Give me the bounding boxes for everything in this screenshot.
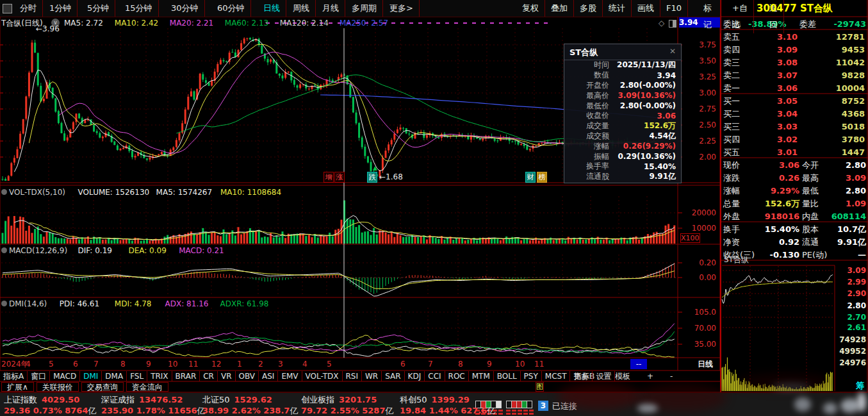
indicator-tab-PSY[interactable]: PSY <box>521 371 542 381</box>
indicator-tab-EMV[interactable]: EMV <box>278 371 302 381</box>
bid-label[interactable]: 买一 <box>723 96 740 106</box>
chart-badge-涨[interactable]: 涨 <box>334 172 345 183</box>
ask-label[interactable]: 卖三 <box>723 58 740 68</box>
info-value: 3.06 <box>743 160 799 171</box>
index-科创50[interactable]: 科创501399.29 <box>400 395 470 405</box>
indicator-tab-TRIX[interactable]: TRIX <box>147 371 172 381</box>
price-tick: 3.75 <box>683 40 716 49</box>
indicator-tab-指标A[interactable]: 指标A <box>0 371 28 381</box>
bid-label[interactable]: 买五 <box>723 147 740 158</box>
window-icon[interactable] <box>3 4 12 13</box>
heatmap-cell <box>527 401 532 408</box>
chart-badge-财[interactable]: 财 <box>525 172 536 183</box>
diamond-icon[interactable]: ◇ <box>659 19 664 28</box>
indicator-tab-MTM[interactable]: MTM <box>469 371 494 381</box>
ask-label[interactable]: 卖五 <box>723 32 740 42</box>
indicator-tab-VR[interactable]: VR <box>218 371 236 381</box>
chart-badge-榜[interactable]: 榜 <box>537 172 547 183</box>
indicator-tab-窗口[interactable]: 窗口 <box>28 371 50 381</box>
index-上证指数[interactable]: 上证指数4029.50 <box>4 395 79 405</box>
indicator-tab-DMI[interactable]: DMI <box>80 371 102 381</box>
period-tab-多周期[interactable]: 多周期 <box>346 0 383 17</box>
ma-value-4: MA120: 2.14 <box>280 19 329 28</box>
indicator-tool-+[interactable]: + <box>647 371 653 381</box>
indicator-tab-ROC[interactable]: ROC <box>445 371 469 381</box>
bid-label[interactable]: 买四 <box>723 135 740 145</box>
indicator-tab-MACD[interactable]: MACD <box>50 371 80 381</box>
macd-header-3: MACD: 0.21 <box>179 246 224 255</box>
bid-label[interactable]: 买三 <box>723 122 740 132</box>
dmi-tick: 70.00 <box>683 324 716 333</box>
period-tab-日线[interactable]: 日线 <box>258 0 286 17</box>
panel-toggle-icon[interactable] <box>669 20 676 28</box>
indicator-tool--[interactable]: - <box>670 371 673 381</box>
smudge-blob <box>794 397 811 412</box>
indicator-tab-VOL-TDX[interactable]: VOL-TDX <box>302 371 343 381</box>
toolbar-画线[interactable]: 画线 <box>632 0 660 17</box>
period-tab-5分钟[interactable]: 5分钟 <box>81 0 115 17</box>
info-value: 0.92 <box>743 237 799 247</box>
period-tab-15分钟[interactable]: 15分钟 <box>119 0 159 17</box>
toolbar-标记[interactable]: 标记 <box>698 0 721 33</box>
period-tab-30分钟[interactable]: 30分钟 <box>165 0 205 17</box>
indicator-tab-RSI[interactable]: RSI <box>343 371 363 381</box>
indicator-tab-FSL[interactable]: FSL <box>127 371 147 381</box>
indicator-tool-模板[interactable]: 模板 <box>615 371 630 381</box>
ask-label[interactable]: 卖四 <box>723 45 740 55</box>
dmi-panel-icon[interactable] <box>1 301 7 306</box>
ask-label[interactable]: 卖一 <box>723 83 740 94</box>
heatmap-dash <box>498 410 503 412</box>
xaxis-label: 8 <box>120 360 126 369</box>
indicator-tab-CR[interactable]: CR <box>200 371 218 381</box>
close-icon[interactable]: ✕ <box>669 47 676 58</box>
bid-label[interactable]: 买二 <box>723 109 740 119</box>
period-tab-60分钟[interactable]: 60分钟 <box>211 0 251 17</box>
indicator-tab-ASI[interactable]: ASI <box>259 371 278 381</box>
index-北证50[interactable]: 北证501529.62 <box>202 395 272 405</box>
period-tab-分时[interactable]: 分时 <box>14 0 43 17</box>
indicator-tab-BOLL[interactable]: BOLL <box>494 371 521 381</box>
peak-price-label: ←3.96 <box>36 24 60 33</box>
chou-label: 筹 <box>856 381 864 391</box>
indicator-tab-MCST[interactable]: MCST <box>542 371 571 381</box>
indicator-tab-OBV[interactable]: OBV <box>236 371 259 381</box>
connection-count-badge[interactable]: 3 <box>538 401 548 411</box>
indicator-tab-BRAR[interactable]: BRAR <box>172 371 201 381</box>
toolbar-复权[interactable]: 复权 <box>516 0 545 17</box>
toolbar-F10[interactable]: F10 <box>660 0 688 17</box>
chart-badge-跌[interactable]: 跌 <box>367 172 377 183</box>
period-tab-更多>[interactable]: 更多> <box>384 0 420 17</box>
ask-label[interactable]: 卖二 <box>723 71 740 81</box>
chart-badge-增[interactable]: 增 <box>323 172 334 183</box>
period-tab-月线[interactable]: 月线 <box>316 0 345 17</box>
indicator-tab-WR[interactable]: WR <box>362 371 382 381</box>
index-detail-科创50: 19.84 1.44% 627.6亿 <box>400 406 495 416</box>
period-tab-周线[interactable]: 周线 <box>287 0 316 17</box>
index-创业板指[interactable]: 创业板指3201.75 <box>301 395 377 405</box>
indicator-tab-DMA[interactable]: DMA <box>102 371 127 381</box>
kline-info-popup: ST合纵✕时间2025/11/13/四数值3.94开盘价2.80(-0.00%)… <box>564 44 682 183</box>
bottom-tab-资金流向[interactable]: 资金流向 <box>126 382 168 392</box>
indicator-tab-CCI[interactable]: CCI <box>425 371 445 381</box>
bottom-tab-扩展∧[interactable]: 扩展∧ <box>1 382 34 392</box>
popup-row-开盘价: 开盘价2.80(-0.00%) <box>564 81 681 91</box>
macd-panel-icon[interactable] <box>1 247 7 253</box>
info-value: 9.91亿 <box>808 237 866 247</box>
bottom-tab-关联报价[interactable]: 关联报价 <box>37 382 79 392</box>
period-tab-1分钟[interactable]: 1分钟 <box>44 0 78 17</box>
toolbar-多股[interactable]: 多股 <box>574 0 603 17</box>
index-detail-上证指数: 29.36 0.73% 8764亿 <box>4 406 96 416</box>
heatmap-dash <box>506 410 511 412</box>
vol-unit: X100 <box>680 233 700 243</box>
vol-panel-icon[interactable] <box>1 189 7 195</box>
index-深证成指[interactable]: 深证成指13476.52 <box>101 395 183 405</box>
bottom-tab-交易查询[interactable]: 交易查询 <box>81 382 124 392</box>
chart-icon[interactable]: 图 <box>536 382 544 392</box>
indicator-tab-SAR[interactable]: SAR <box>382 371 404 381</box>
vol-header-0: VOL-TDX(5,10) <box>9 188 65 197</box>
indicator-tab-更多[interactable]: 更多 <box>570 371 593 381</box>
toolbar-统计[interactable]: 统计 <box>603 0 632 17</box>
indicator-tab-设置[interactable]: 设置 <box>593 371 615 381</box>
toolbar-叠加[interactable]: 叠加 <box>545 0 574 17</box>
indicator-tab-KDJ[interactable]: KDJ <box>405 371 425 381</box>
